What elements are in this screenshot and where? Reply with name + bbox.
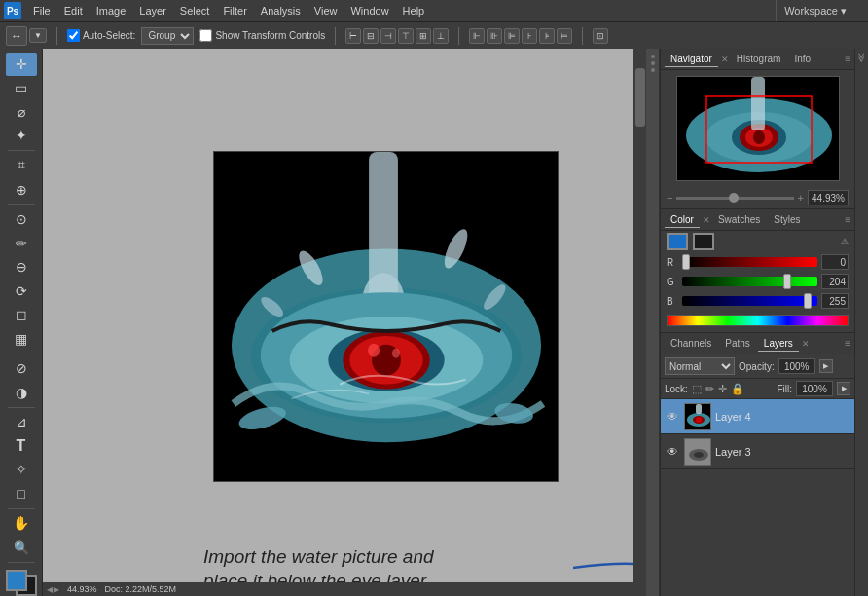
- tab-paths[interactable]: Paths: [719, 336, 756, 352]
- r-value-input[interactable]: [821, 254, 849, 270]
- lock-all-icon[interactable]: 🔒: [731, 383, 744, 395]
- pen-tool[interactable]: ⊿: [6, 411, 37, 434]
- tab-navigator-close[interactable]: ✕: [721, 55, 729, 64]
- dist-top-btn[interactable]: ⊦: [522, 28, 537, 44]
- opacity-arrow[interactable]: ▶: [819, 359, 833, 373]
- lasso-tool[interactable]: ⌀: [6, 100, 37, 124]
- menu-layer[interactable]: Layer: [133, 3, 172, 19]
- b-slider-thumb[interactable]: [804, 293, 812, 309]
- tab-color[interactable]: Color: [665, 212, 700, 228]
- transform-check[interactable]: [199, 29, 212, 42]
- menu-image[interactable]: Image: [90, 3, 132, 19]
- zoom-tool[interactable]: 🔍: [6, 536, 37, 559]
- dist-bottom-btn[interactable]: ⊨: [557, 28, 572, 44]
- spot-heal-tool[interactable]: ⊙: [6, 207, 37, 231]
- align-bottom-btn[interactable]: ⊥: [433, 28, 449, 44]
- g-slider-thumb[interactable]: [783, 274, 791, 289]
- dist-center-v-btn[interactable]: ⊧: [539, 28, 555, 44]
- fill-arrow[interactable]: ▶: [837, 382, 850, 395]
- layer-4-visibility[interactable]: 👁: [665, 410, 680, 424]
- gradient-tool[interactable]: ▦: [6, 327, 37, 351]
- lock-transparent-icon[interactable]: ⬚: [692, 383, 702, 395]
- tool-sep-2: [8, 204, 35, 205]
- zoom-slider[interactable]: [676, 197, 793, 200]
- clone-tool[interactable]: ⊖: [6, 255, 37, 279]
- align-left-btn[interactable]: ⊢: [345, 28, 361, 44]
- hand-tool[interactable]: ✋: [6, 512, 37, 536]
- g-value-input[interactable]: [821, 274, 849, 289]
- status-nav-left: ◀ ▶: [47, 585, 59, 594]
- g-slider[interactable]: [682, 277, 817, 286]
- menu-filter[interactable]: Filter: [217, 3, 252, 19]
- text-tool[interactable]: T: [6, 434, 37, 458]
- blur-tool[interactable]: ⊘: [6, 356, 37, 380]
- path-tool[interactable]: ✧: [6, 459, 37, 482]
- blend-mode-select[interactable]: Normal: [665, 357, 735, 375]
- dist-right-btn[interactable]: ⊫: [504, 28, 520, 44]
- eraser-tool[interactable]: ◻: [6, 303, 37, 326]
- zoom-in-btn[interactable]: +: [798, 192, 804, 204]
- menu-select[interactable]: Select: [174, 3, 216, 19]
- tab-navigator[interactable]: Navigator: [665, 52, 718, 67]
- auto-select-check[interactable]: [67, 29, 80, 42]
- menu-window[interactable]: Window: [344, 3, 394, 19]
- history-brush-tool[interactable]: ⟳: [6, 279, 37, 303]
- workspace-button[interactable]: Workspace ▾: [776, 0, 854, 21]
- layer-3-visibility[interactable]: 👁: [665, 445, 680, 459]
- align-center-h-btn[interactable]: ⊟: [363, 28, 379, 44]
- zoom-out-btn[interactable]: −: [667, 192, 672, 204]
- b-slider[interactable]: [682, 296, 817, 306]
- menu-analysis[interactable]: Analysis: [255, 3, 307, 19]
- panel-expand-btn[interactable]: ≡: [845, 54, 850, 64]
- fill-input[interactable]: [796, 381, 833, 396]
- color-spectrum[interactable]: [667, 315, 849, 326]
- eyedropper-tool[interactable]: ⊕: [6, 178, 37, 202]
- tab-layers[interactable]: Layers: [758, 336, 799, 352]
- layer-item-3[interactable]: 👁 Layer 3: [661, 434, 854, 469]
- r-slider-thumb[interactable]: [682, 254, 690, 270]
- color-panel-expand[interactable]: ≡: [845, 214, 850, 225]
- dist-left-btn[interactable]: ⊩: [469, 28, 485, 44]
- collapse-icon[interactable]: ≫: [856, 53, 867, 62]
- layers-panel-expand[interactable]: ≡: [845, 338, 850, 349]
- tab-histogram[interactable]: Histogram: [731, 52, 787, 67]
- move-tool-btn[interactable]: ↔: [6, 26, 27, 46]
- tab-color-close[interactable]: ✕: [703, 215, 710, 225]
- align-right-btn[interactable]: ⊣: [380, 28, 396, 44]
- menu-file[interactable]: File: [27, 3, 56, 19]
- align-center-v-btn[interactable]: ⊞: [416, 28, 431, 44]
- zoom-input[interactable]: [808, 190, 849, 205]
- tab-layers-close[interactable]: ✕: [802, 339, 810, 349]
- r-slider[interactable]: [682, 257, 817, 267]
- scroll-thumb-v[interactable]: [635, 68, 645, 127]
- tab-swatches[interactable]: Swatches: [712, 212, 766, 228]
- tab-styles[interactable]: Styles: [768, 212, 806, 228]
- opacity-input[interactable]: [778, 358, 815, 374]
- magic-wand-tool[interactable]: ✦: [6, 125, 37, 148]
- lock-position-icon[interactable]: ✛: [718, 383, 727, 395]
- selection-tool[interactable]: ▭: [6, 77, 37, 100]
- crop-tool[interactable]: ⌗: [6, 154, 37, 177]
- canvas-scroll-vertical[interactable]: [633, 49, 646, 582]
- shape-tool[interactable]: □: [6, 482, 37, 505]
- foreground-swatch[interactable]: [6, 570, 27, 591]
- menu-view[interactable]: View: [308, 3, 344, 19]
- tab-info[interactable]: Info: [788, 52, 816, 67]
- brush-tool[interactable]: ✏: [6, 232, 37, 255]
- bg-color-swatch[interactable]: [693, 233, 714, 250]
- fg-color-swatch[interactable]: [667, 233, 688, 250]
- tab-channels[interactable]: Channels: [665, 336, 717, 352]
- dist-center-h-btn[interactable]: ⊪: [487, 28, 502, 44]
- dodge-tool[interactable]: ◑: [6, 381, 37, 404]
- align-top-btn[interactable]: ⊤: [398, 28, 414, 44]
- move-tool[interactable]: ✛: [6, 53, 37, 76]
- b-value-input[interactable]: [821, 293, 849, 309]
- auto-align-btn[interactable]: ⊡: [593, 28, 608, 44]
- lock-image-icon[interactable]: ✏: [705, 383, 714, 395]
- arrow-dropdown-btn[interactable]: ▼: [29, 28, 47, 43]
- group-select[interactable]: Group: [141, 27, 194, 45]
- menu-edit[interactable]: Edit: [58, 3, 89, 19]
- zoom-slider-thumb[interactable]: [729, 193, 739, 203]
- menu-help[interactable]: Help: [397, 3, 431, 19]
- layer-item-4[interactable]: 👁 Layer 4: [661, 399, 854, 434]
